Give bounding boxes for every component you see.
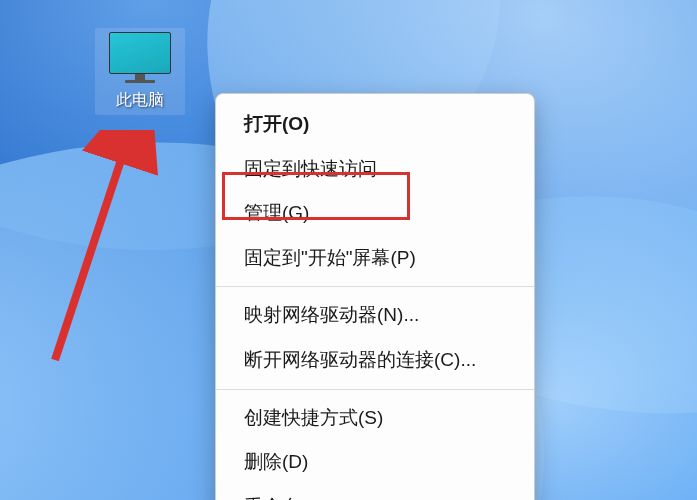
menu-item-delete[interactable]: 删除(D) bbox=[216, 440, 534, 485]
menu-item-create-shortcut[interactable]: 创建快捷方式(S) bbox=[216, 396, 534, 441]
menu-item-rename[interactable]: 重命名(M) bbox=[216, 485, 534, 500]
menu-item-pin-start[interactable]: 固定到"开始"屏幕(P) bbox=[216, 236, 534, 281]
this-pc-icon[interactable]: 此电脑 bbox=[95, 28, 185, 115]
menu-item-disconnect-drive[interactable]: 断开网络驱动器的连接(C)... bbox=[216, 338, 534, 383]
menu-separator bbox=[216, 286, 534, 287]
menu-item-map-drive[interactable]: 映射网络驱动器(N)... bbox=[216, 293, 534, 338]
icon-label: 此电脑 bbox=[99, 90, 181, 111]
menu-item-pin-quick-access[interactable]: 固定到快速访问 bbox=[216, 147, 534, 192]
context-menu: 打开(O) 固定到快速访问 管理(G) 固定到"开始"屏幕(P) 映射网络驱动器… bbox=[215, 93, 535, 500]
menu-item-manage[interactable]: 管理(G) bbox=[216, 191, 534, 236]
monitor-icon bbox=[109, 32, 171, 82]
menu-separator bbox=[216, 389, 534, 390]
menu-item-open[interactable]: 打开(O) bbox=[216, 102, 534, 147]
